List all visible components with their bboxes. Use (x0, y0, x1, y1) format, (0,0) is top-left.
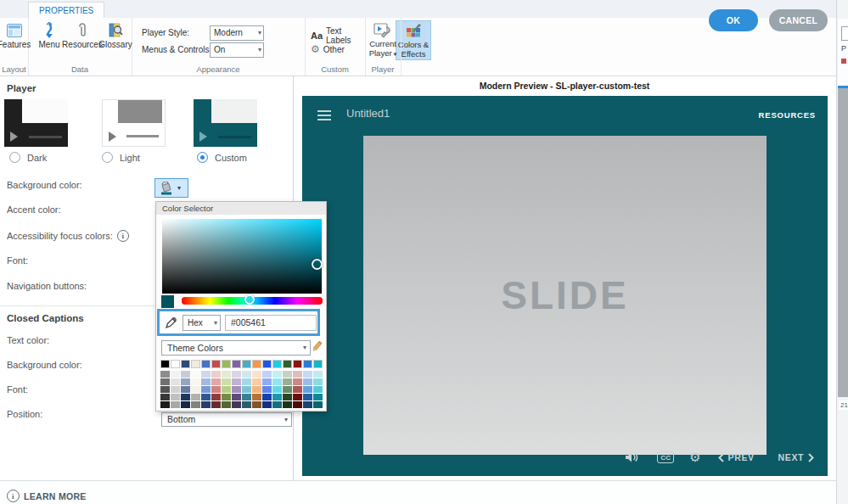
swatch-column[interactable] (222, 360, 231, 409)
swatch[interactable] (283, 360, 292, 368)
player-theme-dark-thumbnail[interactable] (4, 99, 68, 147)
swatch[interactable] (181, 401, 190, 408)
swatch-column[interactable] (201, 360, 211, 409)
swatch[interactable] (232, 394, 241, 400)
menu-button[interactable]: Menu (37, 21, 61, 49)
other-button[interactable]: ⚙ Other (311, 44, 345, 54)
hex-value-input[interactable] (225, 315, 317, 331)
swatch[interactable] (283, 371, 292, 378)
swatch[interactable] (191, 378, 200, 385)
swatch[interactable] (232, 360, 241, 368)
swatch[interactable] (283, 386, 292, 393)
cc-position-select[interactable]: Bottom ▾ (161, 412, 292, 427)
swatch[interactable] (232, 371, 241, 378)
prev-button[interactable]: PREV (718, 452, 755, 462)
hamburger-menu-icon[interactable] (317, 110, 331, 120)
swatch[interactable] (303, 371, 312, 378)
resources-button[interactable]: Resources (62, 21, 103, 49)
swatch[interactable] (293, 360, 302, 368)
swatch[interactable] (293, 394, 302, 400)
swatch[interactable] (303, 401, 312, 408)
swatch[interactable] (272, 386, 282, 393)
swatch-column[interactable] (160, 360, 170, 409)
theme-option-custom[interactable]: Custom (197, 152, 247, 163)
swatch[interactable] (232, 401, 241, 408)
swatch[interactable] (160, 386, 170, 393)
swatch[interactable] (262, 371, 272, 378)
swatch[interactable] (191, 386, 200, 393)
swatch[interactable] (191, 371, 200, 378)
current-player-button[interactable]: CurrentPlayer ▾ (367, 21, 399, 59)
swatch-column[interactable] (232, 360, 241, 409)
swatch[interactable] (272, 371, 282, 378)
swatch[interactable] (201, 371, 211, 378)
swatch[interactable] (211, 378, 221, 385)
swatch-column[interactable] (303, 360, 312, 409)
swatch[interactable] (160, 378, 170, 385)
swatch[interactable] (201, 394, 211, 400)
learn-more-link[interactable]: i LEARN MORE (7, 490, 87, 502)
swatch[interactable] (181, 386, 190, 393)
settings-gear-icon[interactable]: ⚙ (689, 451, 700, 463)
swatch[interactable] (262, 360, 272, 368)
swatch[interactable] (211, 360, 221, 368)
radio-dark[interactable] (9, 152, 20, 163)
swatch[interactable] (211, 371, 221, 378)
swatch-column[interactable] (252, 360, 261, 409)
swatch[interactable] (242, 386, 251, 393)
swatch[interactable] (181, 360, 190, 368)
swatch[interactable] (252, 386, 261, 393)
swatch-column[interactable] (242, 360, 251, 409)
swatch[interactable] (222, 401, 231, 408)
saturation-value-gradient[interactable] (162, 219, 322, 294)
swatch-column[interactable] (171, 360, 180, 409)
swatch[interactable] (222, 394, 231, 400)
swatch-column[interactable] (283, 360, 292, 409)
swatch-column[interactable] (181, 360, 190, 409)
swatch-column[interactable] (262, 360, 272, 409)
gradient-marker[interactable] (312, 259, 323, 270)
eyedropper-icon[interactable] (165, 316, 177, 329)
swatch[interactable] (201, 360, 211, 368)
player-style-select[interactable]: Modern ▾ (210, 25, 264, 41)
swatch[interactable] (262, 401, 272, 408)
swatch-column[interactable] (313, 360, 323, 409)
info-icon[interactable]: i (117, 230, 129, 242)
volume-icon[interactable] (625, 451, 638, 463)
swatch[interactable] (181, 371, 190, 378)
swatch[interactable] (313, 394, 323, 400)
swatch[interactable] (211, 386, 221, 393)
swatch[interactable] (201, 401, 211, 408)
cancel-button[interactable]: CANCEL (769, 9, 828, 31)
theme-option-dark[interactable]: Dark (9, 152, 47, 163)
swatch[interactable] (283, 394, 292, 400)
swatch[interactable] (303, 394, 312, 400)
glossary-button[interactable]: Glossary (99, 21, 132, 49)
resources-link[interactable]: RESOURCES (759, 110, 816, 120)
theme-option-light[interactable]: Light (102, 152, 140, 163)
swatch[interactable] (222, 378, 231, 385)
swatch[interactable] (293, 401, 302, 408)
swatch[interactable] (293, 378, 302, 385)
swatch[interactable] (252, 371, 261, 378)
swatch[interactable] (160, 371, 170, 378)
hex-mode-select[interactable]: Hex ▾ (183, 315, 221, 331)
swatch[interactable] (232, 378, 241, 385)
background-color-bucket-button[interactable]: ▾ (154, 178, 188, 198)
swatch[interactable] (242, 360, 251, 368)
swatch[interactable] (211, 394, 221, 400)
swatch[interactable] (191, 394, 200, 400)
swatch[interactable] (222, 371, 231, 378)
swatch[interactable] (242, 394, 251, 400)
swatch[interactable] (171, 401, 180, 408)
swatch[interactable] (313, 401, 323, 408)
player-theme-custom-thumbnail[interactable] (194, 99, 257, 147)
swatch[interactable] (242, 371, 251, 378)
swatch[interactable] (171, 394, 180, 400)
swatch[interactable] (293, 371, 302, 378)
swatch-column[interactable] (211, 360, 221, 409)
swatch-column[interactable] (191, 360, 200, 409)
swatch[interactable] (191, 401, 200, 408)
swatch[interactable] (303, 386, 312, 393)
tab-properties[interactable]: PROPERTIES (28, 2, 104, 19)
